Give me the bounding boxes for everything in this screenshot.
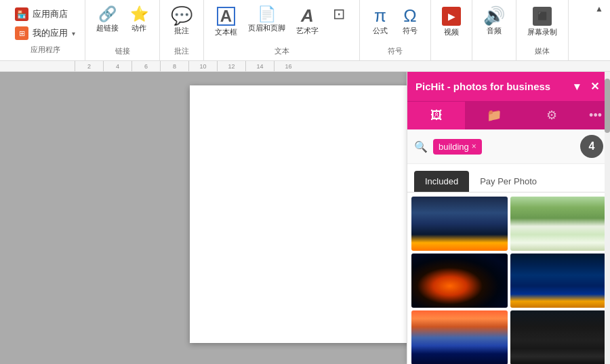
symbol-section: π 公式 Ω 符号 符号 <box>360 0 431 60</box>
my-apps-label: 我的应用 <box>33 27 68 39</box>
search-tag-text: building <box>439 142 469 152</box>
ribbon-collapse-button[interactable]: ▲ <box>594 3 605 15</box>
app-store-button[interactable]: 🏪 应用商店 <box>11 5 79 23</box>
ruler-mark: 12 <box>217 61 245 72</box>
screen-record-icon: ⬛ <box>533 7 552 26</box>
comment-section: 💬 批注 批注 <box>160 0 204 60</box>
my-apps-icon: ⊞ <box>15 26 28 40</box>
screen-record-label: 屏幕录制 <box>527 27 557 37</box>
ruler-mark: 4 <box>103 61 131 72</box>
symbol-icon: Ω <box>403 7 416 24</box>
search-tag: building × <box>433 139 482 155</box>
video-button[interactable]: ▶ 视频 <box>438 4 465 40</box>
search-icon: 🔍 <box>414 140 428 153</box>
header-footer-icon: 📄 <box>258 7 276 22</box>
ribbon-collapse-icon: ▲ <box>595 4 603 14</box>
filter-tabs: Included Pay Per Photo <box>407 164 610 193</box>
photo-item-3[interactable] <box>411 254 508 308</box>
tab-folder[interactable]: 📁 <box>465 101 523 129</box>
textbox-label: 文本框 <box>215 27 237 37</box>
search-tag-close-button[interactable]: × <box>472 142 476 151</box>
comment-icon: 💬 <box>171 7 192 24</box>
my-apps-dropdown-icon: ▾ <box>72 30 75 37</box>
app-section: 🏪 应用商店 ⊞ 我的应用 ▾ 应用程序 <box>5 0 85 60</box>
header-footer-button[interactable]: 📄 页眉和页脚 <box>244 4 289 36</box>
symbol-label: 符号 <box>403 26 418 36</box>
filter-tab-included[interactable]: Included <box>414 171 469 192</box>
panel-header: PicHit - photos for business ▾ ✕ <box>407 72 610 101</box>
photo-item-5[interactable] <box>411 310 508 364</box>
comment-button[interactable]: 💬 批注 <box>167 4 197 39</box>
doc-page <box>190 85 420 343</box>
scrollbar-thumb[interactable] <box>605 79 610 133</box>
photo-grid <box>407 193 610 364</box>
app-section-label: 应用程序 <box>11 43 79 55</box>
video-icon: ▶ <box>442 7 461 26</box>
formula-icon: π <box>374 7 386 24</box>
search-results-badge: 4 <box>580 135 603 158</box>
hyperlink-icon: 🔗 <box>98 7 117 22</box>
ruler: 2 4 6 8 10 12 14 16 <box>0 61 610 72</box>
extra-button[interactable]: ⊡ <box>325 4 352 26</box>
hyperlink-label: 超链接 <box>96 23 119 33</box>
action-label: 动作 <box>131 23 146 33</box>
comment-section-label: 批注 <box>174 43 189 56</box>
comment-label: 批注 <box>174 26 189 36</box>
ruler-mark: 14 <box>245 61 274 72</box>
scrollbar-track[interactable] <box>605 72 610 364</box>
formula-label: 公式 <box>373 26 388 36</box>
video-section: ▶ 视频 <box>431 0 472 60</box>
ruler-mark: 2 <box>75 61 103 72</box>
link-section-label: 链接 <box>115 43 130 56</box>
photo-item-6[interactable] <box>510 310 607 364</box>
photo-item-1[interactable] <box>411 197 508 251</box>
text-section-label: 文本 <box>274 43 289 56</box>
symbol-button[interactable]: Ω 符号 <box>396 4 424 39</box>
screen-record-button[interactable]: ⬛ 屏幕录制 <box>523 4 561 40</box>
screen-section-label: 媒体 <box>535 43 550 56</box>
filter-tab-pay-per-photo[interactable]: Pay Per Photo <box>469 171 548 192</box>
app-store-icon: 🏪 <box>15 7 28 21</box>
ruler-mark: 10 <box>188 61 217 72</box>
ruler-mark: 8 <box>160 61 188 72</box>
panel-title: PicHit - photos for business <box>415 81 571 92</box>
panel-dropdown-button[interactable]: ▾ <box>571 79 582 94</box>
link-section: 🔗 超链接 ⭐ 动作 链接 <box>85 0 160 60</box>
action-button[interactable]: ⭐ 动作 <box>125 4 152 36</box>
wordart-icon: A <box>301 7 314 24</box>
pichit-panel: PicHit - photos for business ▾ ✕ 🖼 📁 ⚙ •… <box>407 72 610 364</box>
screen-section: ⬛ 屏幕录制 媒体 <box>516 0 569 60</box>
audio-label: 音频 <box>487 26 502 36</box>
textbox-button[interactable]: A 文本框 <box>211 4 241 40</box>
hyperlink-button[interactable]: 🔗 超链接 <box>92 4 123 36</box>
panel-close-button[interactable]: ✕ <box>588 79 602 94</box>
photo-item-4[interactable] <box>510 254 607 308</box>
ruler-mark: 16 <box>274 61 302 72</box>
settings-tab-icon: ⚙ <box>546 108 557 123</box>
panel-search: 🔍 building × 4 <box>407 129 610 164</box>
tab-images[interactable]: 🖼 <box>407 102 465 129</box>
video-label: 视频 <box>444 27 459 37</box>
tab-settings[interactable]: ⚙ <box>523 101 581 129</box>
formula-button[interactable]: π 公式 <box>367 4 394 39</box>
wordart-button[interactable]: A 艺术字 <box>292 4 323 39</box>
ribbon: 🏪 应用商店 ⊞ 我的应用 ▾ 应用程序 🔗 超链接 ⭐ 动作 <box>0 0 610 61</box>
doc-area: PicHit - photos for business ▾ ✕ 🖼 📁 ⚙ •… <box>0 72 610 364</box>
symbol-section-label: 符号 <box>388 43 403 56</box>
extra-icon: ⊡ <box>333 7 345 22</box>
audio-section: 🔊 音频 <box>472 0 516 60</box>
audio-icon: 🔊 <box>483 7 505 24</box>
ruler-mark: 6 <box>131 61 160 72</box>
panel-tabs: 🖼 📁 ⚙ ••• <box>407 101 610 129</box>
my-apps-button[interactable]: ⊞ 我的应用 ▾ <box>11 24 79 42</box>
app-store-label: 应用商店 <box>33 8 68 20</box>
text-section: A 文本框 📄 页眉和页脚 A 艺术字 ⊡ 文本 <box>204 0 360 60</box>
action-icon: ⭐ <box>130 7 148 22</box>
panel-header-actions: ▾ ✕ <box>571 79 602 94</box>
textbox-icon: A <box>217 7 235 26</box>
audio-button[interactable]: 🔊 音频 <box>479 4 509 39</box>
photo-item-2[interactable] <box>510 197 607 251</box>
wordart-label: 艺术字 <box>296 26 319 36</box>
images-tab-icon: 🖼 <box>430 108 443 123</box>
folder-tab-icon: 📁 <box>487 108 502 123</box>
